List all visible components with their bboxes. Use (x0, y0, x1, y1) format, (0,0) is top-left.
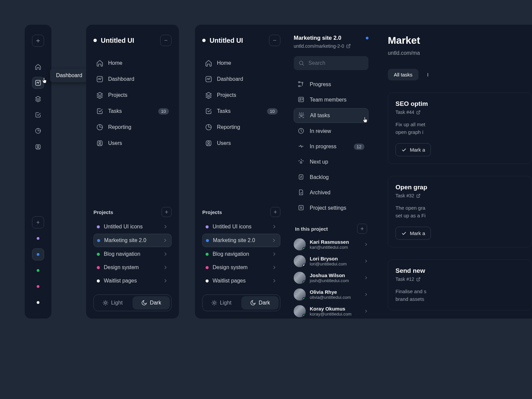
subnav-archived[interactable]: Archived (294, 186, 368, 200)
rail-project-dot-3[interactable] (32, 280, 44, 292)
nav-reporting[interactable]: Reporting (93, 120, 172, 134)
theme-dark[interactable]: Dark (241, 296, 279, 310)
project-item[interactable]: Untitled UI icons (93, 220, 172, 233)
task-title: SEO optim (395, 100, 532, 108)
nav-users[interactable]: Users (93, 136, 172, 150)
page-url[interactable]: untld.com/ma (388, 50, 532, 56)
theme-light[interactable]: Light (203, 295, 240, 311)
dot-icon (206, 253, 209, 256)
projects-heading: Projects (202, 202, 280, 217)
collapse-button[interactable] (269, 35, 280, 46)
add-project-button[interactable] (32, 216, 44, 228)
subnav-in-progress[interactable]: In progress12 (294, 140, 368, 154)
rail-home[interactable] (32, 61, 44, 73)
rail-project-dot-2[interactable] (32, 264, 44, 276)
nav-label: Home (217, 60, 278, 66)
rail-projects[interactable] (32, 93, 44, 105)
subnav-all-tasks[interactable]: All tasks (294, 108, 368, 123)
nav-home[interactable]: Home (93, 56, 172, 70)
project-item[interactable]: Marketing site 2.0 (93, 234, 172, 247)
tab[interactable]: All tasks (388, 69, 419, 80)
subnav-progress[interactable]: Progress (294, 77, 368, 91)
subnav-team-members[interactable]: Team members (294, 93, 368, 107)
person-row[interactable]: Olivia Rhyeolivia@untitledui.com (294, 288, 368, 301)
project-label: Blog navigation (104, 251, 159, 257)
task-number[interactable]: Task #12 (395, 276, 532, 282)
search-placeholder: Search (308, 60, 325, 66)
task-number[interactable]: Task #44 (395, 110, 532, 115)
task-title: Open grap (395, 184, 532, 191)
task-card[interactable]: SEO optim Task #44 Fix up all metopen gr… (388, 92, 532, 164)
theme-light[interactable]: Light (94, 295, 131, 311)
nav-label: Users (217, 140, 278, 146)
person-name: Kari Rasmussen (310, 239, 360, 245)
add-project-button[interactable] (270, 207, 280, 217)
project-item[interactable]: Waitlist pages (202, 274, 280, 287)
svg-point-12 (208, 142, 210, 144)
collapse-button[interactable] (160, 35, 172, 46)
rail-project-dot-0[interactable] (32, 232, 44, 244)
search-input[interactable]: Search (294, 56, 368, 70)
subnav-in-review[interactable]: In review (294, 124, 368, 138)
person-row[interactable]: Joshua Wilsonjosh@untitledui.com (294, 272, 368, 284)
dot-icon (206, 279, 209, 282)
nav-reporting[interactable]: Reporting (202, 120, 280, 134)
person-row[interactable]: Koray Okumuskoray@untitledui.com (294, 305, 368, 317)
nav-users[interactable]: Users (202, 136, 280, 150)
rail-reporting[interactable] (32, 125, 44, 137)
external-link-icon (416, 110, 421, 115)
project-item[interactable]: Design system (202, 261, 280, 274)
dot-icon (206, 239, 209, 242)
chevron-right-icon (364, 259, 368, 263)
minus-icon (164, 38, 168, 43)
subnav-label: Team members (310, 97, 364, 103)
theme-dark[interactable]: Dark (132, 296, 170, 310)
subpanel-url[interactable]: untld.com/marketing-2-0 (294, 43, 368, 49)
nav-projects[interactable]: Projects (202, 88, 280, 102)
nav-tasks[interactable]: Tasks10 (93, 104, 172, 118)
project-item[interactable]: Blog navigation (93, 248, 172, 260)
rail-tasks[interactable] (32, 109, 44, 121)
project-item[interactable]: Untitled UI icons (202, 220, 280, 233)
project-item[interactable]: Blog navigation (202, 248, 280, 260)
nav-dashboard[interactable]: Dashboard (202, 72, 280, 86)
new-button[interactable] (32, 35, 44, 47)
task-card[interactable]: Open grap Task #32 The open graset up as… (388, 176, 532, 247)
task-desc: The open graset up as a Fi (395, 204, 532, 219)
sun-icon (102, 300, 108, 306)
add-project-button[interactable] (162, 207, 172, 217)
user-icon (35, 144, 41, 150)
subnav-label: Archived (310, 190, 364, 196)
nav-home[interactable]: Home (202, 56, 280, 70)
project-label: Waitlist pages (213, 278, 268, 284)
subnav-backlog[interactable]: Backlog (294, 170, 368, 184)
dot-icon (97, 266, 100, 269)
nav-label: Home (108, 60, 169, 66)
add-person-button[interactable] (357, 224, 367, 234)
person-row[interactable]: Lori Brysonlori@untitledui.com (294, 255, 368, 267)
subpanel-nav: ProgressTeam membersAll tasksIn reviewIn… (294, 77, 368, 215)
person-name: Lori Bryson (310, 256, 360, 261)
sidebar-expanded-1: Untitled UI HomeDashboardProjectsTasks10… (86, 25, 179, 319)
person-row[interactable]: Kari Rasmussenkari@untitledui.com (294, 238, 368, 250)
rail-dashboard[interactable] (32, 77, 44, 89)
rail-project-dot-4[interactable] (32, 296, 44, 309)
nav-dashboard[interactable]: Dashboard (93, 72, 172, 86)
rail-project-dot-1[interactable] (32, 248, 44, 260)
rail-users[interactable] (32, 141, 44, 153)
presence-dot-icon (302, 314, 306, 317)
nav-projects[interactable]: Projects (93, 88, 172, 102)
subnav-project-settings[interactable]: Project settings (294, 201, 368, 215)
mark-complete-button[interactable]: Mark a (395, 143, 431, 156)
nav-tasks[interactable]: Tasks10 (202, 104, 280, 118)
subnav-next-up[interactable]: Next up (294, 155, 368, 169)
task-card[interactable]: Send new Task #12 Finalise and sbrand as… (388, 259, 532, 311)
subnav-icon (298, 112, 305, 119)
project-item[interactable]: Design system (93, 261, 172, 274)
search-icon (298, 60, 304, 66)
task-number[interactable]: Task #32 (395, 193, 532, 198)
project-item[interactable]: Marketing site 2.0 (202, 234, 280, 247)
tab[interactable]: I (421, 69, 435, 80)
mark-complete-button[interactable]: Mark a (395, 227, 431, 240)
project-item[interactable]: Waitlist pages (93, 274, 172, 287)
